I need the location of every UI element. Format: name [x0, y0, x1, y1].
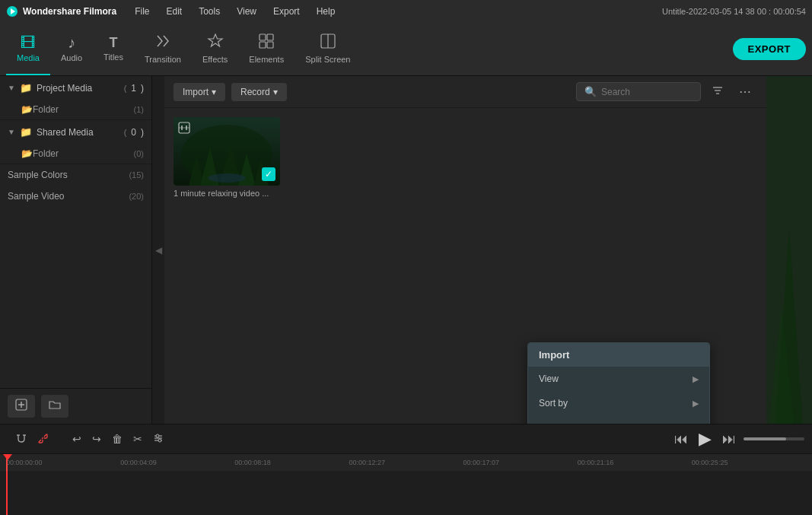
tab-audio[interactable]: ♪ Audio: [50, 23, 93, 75]
context-menu-view[interactable]: View ▶: [528, 367, 709, 391]
titles-icon: T: [110, 36, 118, 49]
tab-transition[interactable]: Transition: [134, 23, 192, 75]
redo-button[interactable]: ↪: [88, 431, 105, 447]
ruler-mark-1: 00:00:04:09: [120, 459, 234, 466]
tab-elements[interactable]: Elements: [238, 23, 295, 75]
timeline-track-area[interactable]: [0, 471, 812, 515]
context-menu-header: Import: [528, 343, 709, 367]
transition-icon: [154, 33, 171, 52]
ruler-mark-4: 00:00:17:07: [463, 459, 578, 466]
collapse-arrow-icon: ◀: [155, 245, 162, 256]
tab-media[interactable]: 🎞 Media: [6, 23, 50, 75]
timeline-left-controls: [8, 428, 56, 450]
media-item-label: 1 minute relaxing video ...: [174, 189, 280, 198]
folder-1-badge: (1): [134, 105, 144, 114]
tab-splitscreen-label: Split Screen: [305, 55, 350, 64]
add-media-button[interactable]: [8, 395, 35, 418]
record-dropdown-icon: ▾: [273, 87, 278, 97]
play-pause-button[interactable]: ▶: [696, 428, 715, 450]
sidebar-collapse-button[interactable]: ◀: [152, 76, 164, 424]
menu-help[interactable]: Help: [309, 3, 343, 20]
tab-media-label: Media: [17, 53, 40, 62]
ruler-mark-0: 00:00:00:00: [6, 459, 120, 466]
tab-titles[interactable]: T Titles: [93, 23, 134, 75]
sidebar: ▼ 📁 Project Media (1) 📂 Folder (1) ▼ 📁 S…: [0, 76, 152, 424]
magnet-button[interactable]: [12, 431, 30, 448]
app-logo: Wondershare Filmora: [6, 5, 116, 17]
main-area: ▼ 📁 Project Media (1) 📂 Folder (1) ▼ 📁 S…: [0, 76, 812, 424]
submenu-arrow-icon-2: ▶: [693, 399, 699, 409]
prev-frame-button[interactable]: ⏮: [671, 430, 691, 449]
sidebar-item-sample-colors[interactable]: Sample Colors (15): [0, 164, 151, 186]
sidebar-item-project-media[interactable]: ▼ 📁 Project Media (1): [0, 76, 151, 100]
folder-icon: 📁: [20, 82, 32, 94]
import-label: Import: [183, 87, 209, 97]
transport-controls: ⏮ ▶ ⏭: [671, 428, 804, 450]
sidebar-item-folder-2[interactable]: 📂 Folder (0): [0, 144, 151, 164]
menu-view[interactable]: View: [229, 3, 264, 20]
menu-tools[interactable]: Tools: [191, 3, 228, 20]
splitscreen-icon: [320, 33, 336, 52]
more-options-button[interactable]: ⋯: [734, 83, 757, 100]
ruler-mark-2: 00:00:08:18: [234, 459, 349, 466]
tab-titles-label: Titles: [103, 52, 123, 62]
context-groupby-label: Group by: [539, 422, 576, 424]
timeline-controls: ↩ ↪ 🗑 ✂ ⏮ ▶ ⏭: [0, 424, 812, 454]
shared-media-badge-close: ): [141, 127, 144, 138]
import-dropdown-icon: ▾: [212, 87, 216, 97]
folder-icon-child-2: 📂: [21, 148, 33, 159]
sidebar-item-sample-video[interactable]: Sample Video (20): [0, 186, 151, 207]
undo-button[interactable]: ↩: [68, 431, 85, 447]
folder-icon-child: 📂: [21, 104, 33, 115]
record-button[interactable]: Record ▾: [231, 83, 287, 101]
volume-fill: [744, 437, 786, 440]
filter-button[interactable]: [707, 83, 728, 101]
tab-elements-label: Elements: [249, 55, 284, 64]
audio-settings-button[interactable]: [149, 431, 167, 448]
folder-2-badge: (0): [134, 149, 144, 158]
folder-2-label: Folder: [33, 148, 134, 159]
import-button[interactable]: Import ▾: [174, 83, 225, 101]
app-name: Wondershare Filmora: [23, 6, 116, 17]
menu-edit[interactable]: Edit: [158, 3, 189, 20]
menu-export[interactable]: Export: [266, 3, 307, 20]
media-panel: Import ▾ Record ▾ 🔍 ⋯: [164, 76, 766, 424]
ruler-marks: 00:00:00:00 00:00:04:09 00:00:08:18 00:0…: [0, 459, 812, 466]
tab-effects[interactable]: Effects: [192, 23, 238, 75]
project-media-label: Project Media: [37, 83, 92, 94]
media-icon: 🎞: [21, 35, 36, 50]
project-media-badge: (: [124, 84, 127, 93]
timeline-playhead: [6, 471, 8, 515]
volume-slider[interactable]: [744, 437, 804, 440]
context-menu-sortby[interactable]: Sort by ▶: [528, 391, 709, 415]
svg-point-37: [156, 434, 159, 437]
media-thumbnail: ✓: [174, 117, 280, 186]
media-toolbar: Import ▾ Record ▾ 🔍 ⋯: [164, 76, 766, 108]
tab-splitscreen[interactable]: Split Screen: [295, 23, 361, 75]
next-frame-button[interactable]: ⏭: [719, 430, 739, 449]
tab-audio-label: Audio: [61, 53, 82, 62]
sidebar-item-shared-media[interactable]: ▼ 📁 Shared Media (0): [0, 120, 151, 144]
link-button[interactable]: [33, 431, 52, 448]
shared-media-label: Shared Media: [37, 127, 94, 138]
cut-button[interactable]: ✂: [129, 431, 146, 447]
shared-media-count: 0: [131, 127, 136, 138]
logo-icon: [6, 5, 18, 17]
project-media-count: 1: [131, 83, 136, 94]
effects-icon: [207, 33, 224, 52]
search-input[interactable]: [601, 87, 693, 97]
new-folder-button[interactable]: [41, 395, 68, 418]
sidebar-item-folder-1[interactable]: 📂 Folder (1): [0, 100, 151, 119]
svg-point-38: [158, 439, 161, 442]
media-item[interactable]: ✓ 1 minute relaxing video ...: [174, 117, 280, 198]
project-media-badge-close: ): [141, 83, 144, 94]
delete-button[interactable]: 🗑: [108, 431, 126, 447]
sidebar-bottom: [0, 388, 151, 424]
export-button[interactable]: EXPORT: [733, 38, 806, 60]
context-view-label: View: [539, 374, 559, 384]
context-menu-groupby[interactable]: Group by ▶: [528, 415, 709, 424]
menu-file[interactable]: File: [127, 3, 157, 20]
toolbar: 🎞 Media ♪ Audio T Titles Transition Effe…: [0, 23, 812, 76]
elements-icon: [258, 33, 275, 52]
shared-media-badge: (: [124, 128, 127, 137]
